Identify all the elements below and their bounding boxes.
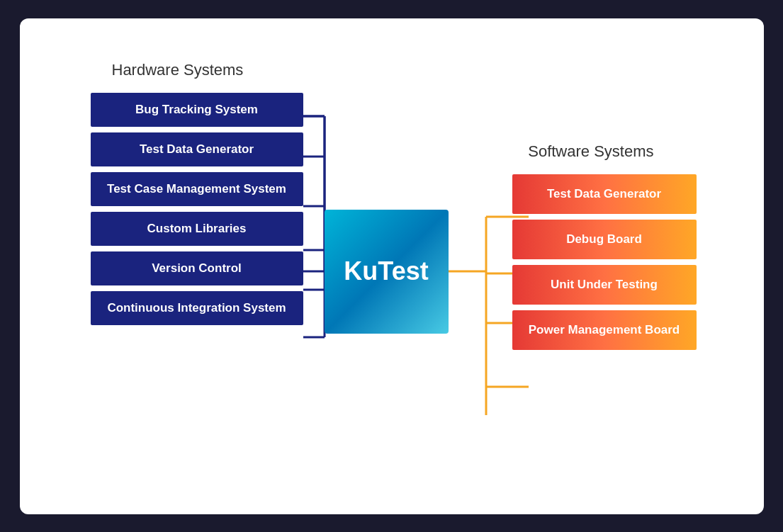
hw-box-custom-libs: Custom Libraries — [91, 212, 303, 246]
hw-box-test-data-gen: Test Data Generator — [91, 132, 303, 166]
sw-box-unit-testing: Unit Under Testing — [512, 265, 697, 305]
sw-box-test-data-gen: Test Data Generator — [512, 174, 697, 214]
kutest-central-box: KuTest — [325, 210, 449, 334]
kutest-label: KuTest — [344, 256, 428, 286]
diagram-container: Hardware Systems Software Systems Bug Tr… — [20, 18, 764, 514]
hw-box-version-control: Version Control — [91, 251, 303, 285]
hw-box-bug-tracking: Bug Tracking System — [91, 93, 303, 127]
hw-box-ci-system: Continuous Integration System — [91, 291, 303, 325]
hw-box-test-case-mgmt: Test Case Management System — [91, 172, 303, 206]
sw-box-debug-board: Debug Board — [512, 220, 697, 259]
software-boxes: Test Data Generator Debug Board Unit Und… — [512, 174, 697, 350]
hardware-boxes: Bug Tracking System Test Data Generator … — [91, 93, 303, 325]
hardware-systems-label: Hardware Systems — [112, 61, 244, 79]
software-systems-label: Software Systems — [528, 142, 653, 161]
sw-box-power-mgmt: Power Management Board — [512, 310, 697, 350]
